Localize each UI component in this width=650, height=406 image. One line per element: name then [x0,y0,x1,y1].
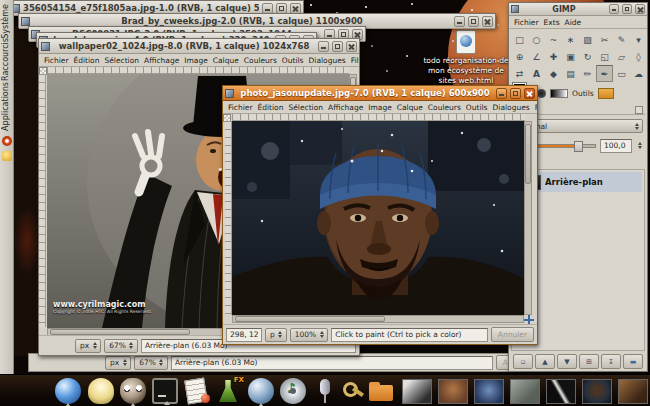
tool-airbrush[interactable]: ☁ [630,65,647,82]
titlebar[interactable]: GIMP [509,3,647,16]
unit-combo[interactable]: px [75,339,101,353]
vertical-scrollbar[interactable] [524,121,532,315]
tool-rect-select[interactable]: □ [511,31,528,48]
menu-couleurs[interactable]: Couleurs [426,103,463,112]
menu-calque[interactable]: Calque [211,56,241,65]
minimize-button[interactable] [609,4,619,14]
menu-affichage[interactable]: Affichage [326,103,365,112]
new-layer-button[interactable]: ▫ [513,354,533,369]
window-photo-jasonupdate[interactable]: photo_jasonupdate.jpg-7.0 (RVB, 1 calque… [222,85,538,345]
scrollbar-thumb[interactable] [525,124,531,184]
menu-outils[interactable]: Outils [464,103,490,112]
close-button[interactable] [524,88,535,99]
minimize-button[interactable] [496,88,507,99]
maximize-button[interactable] [510,88,521,99]
minimize-button[interactable] [454,16,465,27]
menu-dialogues[interactable]: Dialogues [307,56,348,65]
tool-perspective[interactable]: ◊ [630,48,647,65]
dock-thumbnail-headphones-window[interactable] [474,379,504,404]
maximize-button[interactable] [276,3,287,14]
zoom-combo[interactable]: 67% [134,356,168,370]
menu-fichier[interactable]: Fichier [42,56,71,65]
cancel-button[interactable]: Annuler [491,327,534,342]
distribution-logo-icon[interactable] [2,136,12,146]
menu-aide[interactable]: Aide [563,18,584,27]
tool-eraser[interactable]: ▭ [613,65,630,82]
panel-menu-raccourcis[interactable]: Raccourcis [1,38,10,81]
dock-gimp-icon[interactable] [120,378,146,404]
tool-magnify[interactable]: ⊕ [511,48,528,65]
scrollbar-thumb[interactable] [235,316,385,322]
tool-gradient[interactable]: ▤ [562,65,579,82]
menu-outils[interactable]: Outils [280,56,306,65]
tool-bucket-fill[interactable]: ◆ [545,65,562,82]
dock-thumbnail-dsc-window[interactable] [510,379,540,404]
dock-effects-icon[interactable]: FX [216,378,242,404]
horizontal-scrollbar[interactable] [232,315,524,323]
tool-paintbrush[interactable]: ✒ [596,65,613,82]
menu-calque[interactable]: Calque [395,103,425,112]
menu-dialogues[interactable]: Dialogues [491,103,532,112]
menu-filtres[interactable]: Filtres [533,103,537,112]
dock-folder-icon[interactable] [368,378,394,404]
menu-selection[interactable]: Sélection [286,103,325,112]
dock-microphone-icon[interactable] [312,378,338,404]
menu-edition[interactable]: Édition [256,103,286,112]
brush-indicator[interactable] [537,89,546,98]
lower-layer-button[interactable]: ▼ [557,354,577,369]
tool-measure[interactable]: ∠ [528,48,545,65]
minimize-button[interactable] [262,3,273,14]
tool-pencil[interactable]: ✏ [579,65,596,82]
tool-shear[interactable]: ▱ [613,48,630,65]
menu-exts[interactable]: Exts [542,18,562,27]
dock-thumbnail-jason-window[interactable] [582,379,612,404]
dock-thumbnail-brad-window[interactable] [402,379,432,404]
menu-fichier[interactable]: Fichier [226,103,255,112]
panel-menu-applications[interactable]: Applications [1,82,10,131]
maximize-button[interactable] [622,4,632,14]
tool-scale[interactable]: ◱ [596,48,613,65]
package-applet-icon[interactable] [2,151,12,161]
unit-combo[interactable]: px [105,356,131,370]
menu-affichage[interactable]: Affichage [142,56,181,65]
active-tool-swatch[interactable] [598,88,614,99]
dock-thumbnail-magician-window[interactable] [546,379,576,404]
menu-filtres[interactable]: Filtres [349,56,359,65]
opacity-slider-handle[interactable] [574,141,583,152]
maximize-button[interactable] [332,41,343,52]
delete-layer-button[interactable]: ▬ [623,354,643,369]
tool-rotate[interactable]: ↻ [579,48,596,65]
menu-fichier[interactable]: Fichier [512,18,541,27]
desktop-file-todo[interactable]: todo réorganisation de mon écosystème de… [423,30,509,85]
dock-time-orb-icon[interactable] [55,378,81,404]
dock-keys-icon[interactable] [340,378,366,404]
raise-layer-button[interactable]: ▲ [535,354,555,369]
menu-selection[interactable]: Sélection [102,56,141,65]
menu-couleurs[interactable]: Couleurs [242,56,279,65]
unit-combo[interactable]: p [265,328,287,342]
dock-music-player-icon[interactable]: ♪ [280,378,306,404]
tool-crop[interactable]: ▣ [562,48,579,65]
tool-flip[interactable]: ⇄ [511,65,528,82]
panel-menu-systeme[interactable]: Système [1,4,10,39]
dock-web-sphere-icon[interactable] [248,378,274,404]
close-button[interactable] [346,41,357,52]
maximize-button[interactable] [468,16,479,27]
close-button[interactable] [290,3,301,14]
gradient-indicator[interactable] [550,89,568,98]
titlebar[interactable]: photo_jasonupdate.jpg-7.0 (RVB, 1 calque… [223,86,537,101]
tool-ellipse-select[interactable]: ○ [528,31,545,48]
tool-color-picker[interactable]: ▾ [630,31,647,48]
dock-lightbulb-icon[interactable] [88,378,114,404]
dock-notes-icon[interactable] [184,378,210,404]
close-button[interactable] [482,16,493,27]
anchor-layer-button[interactable]: ↧ [601,354,621,369]
tool-scissors[interactable]: ✂ [596,31,613,48]
tool-select-by-color[interactable]: ▨ [579,31,596,48]
duplicate-layer-button[interactable]: ⊞ [579,354,599,369]
zoom-combo[interactable]: 100% [290,328,328,342]
menu-image[interactable]: Image [182,56,210,65]
tool-fuzzy-select[interactable]: ∗ [562,31,579,48]
minimize-button[interactable] [318,41,329,52]
tool-move[interactable]: ✚ [545,48,562,65]
